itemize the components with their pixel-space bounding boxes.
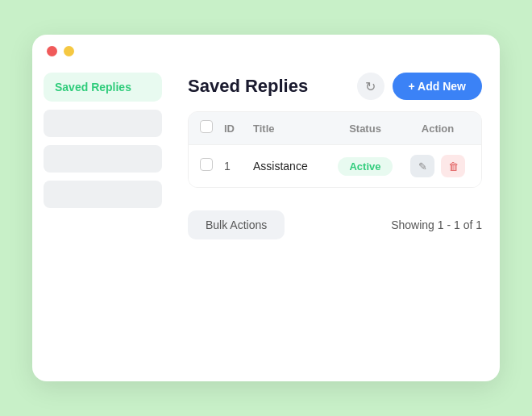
header-checkbox[interactable]	[200, 120, 213, 133]
header-checkbox-cell	[200, 120, 224, 136]
add-new-button[interactable]: + Add New	[393, 73, 482, 100]
sidebar: Saved Replies	[32, 64, 173, 381]
titlebar	[32, 35, 500, 64]
row-checkbox[interactable]	[200, 158, 213, 171]
trash-icon: 🗑	[448, 160, 459, 173]
refresh-icon: ↻	[365, 79, 376, 94]
status-badge: Active	[338, 157, 392, 176]
refresh-button[interactable]: ↻	[357, 73, 384, 100]
delete-button[interactable]: 🗑	[441, 155, 465, 177]
row-actions: ✎ 🗑	[405, 155, 470, 177]
main-header: Saved Replies ↻ + Add New	[188, 73, 482, 100]
sidebar-placeholder-2	[44, 145, 162, 173]
minimize-dot[interactable]	[64, 46, 74, 56]
sidebar-placeholder-3	[44, 181, 162, 208]
pagination-info: Showing 1 - 1 of 1	[391, 218, 482, 231]
sidebar-item-saved-replies[interactable]: Saved Replies	[44, 73, 162, 102]
content-area: Saved Replies Saved Replies ↻ + Add New	[32, 64, 500, 381]
col-header-title: Title	[253, 123, 325, 135]
table-row: 1 Assistance Active ✎ 🗑	[189, 144, 481, 187]
row-checkbox-cell	[200, 158, 224, 174]
close-dot[interactable]	[47, 46, 57, 56]
table-footer: Bulk Actions Showing 1 - 1 of 1	[188, 199, 482, 239]
row-id: 1	[224, 160, 253, 173]
col-header-action: Action	[405, 123, 470, 135]
row-status: Active	[325, 157, 405, 176]
replies-table: ID Title Status Action 1 Assistance Acti…	[188, 111, 482, 188]
edit-button[interactable]: ✎	[410, 155, 434, 177]
page-title: Saved Replies	[188, 76, 308, 97]
sidebar-placeholder-1	[44, 110, 162, 137]
edit-icon: ✎	[418, 160, 427, 173]
col-header-status: Status	[325, 123, 405, 135]
main-content: Saved Replies ↻ + Add New ID Title Statu…	[173, 64, 500, 381]
app-window: Saved Replies Saved Replies ↻ + Add New	[32, 35, 500, 381]
table-header-row: ID Title Status Action	[189, 112, 481, 144]
bulk-actions-button[interactable]: Bulk Actions	[188, 210, 285, 239]
header-actions: ↻ + Add New	[357, 73, 482, 100]
col-header-id: ID	[224, 123, 253, 135]
row-title: Assistance	[253, 160, 325, 173]
